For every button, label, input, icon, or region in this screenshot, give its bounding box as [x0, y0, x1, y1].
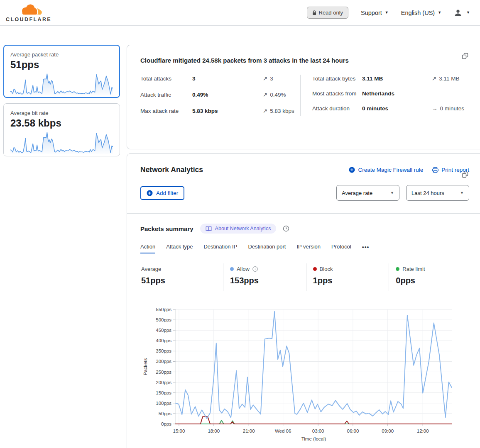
- summary-stats-left: Total attacks 3 ↗3 Attack traffic 0.49% …: [140, 75, 300, 116]
- metric-select-value: Average rate: [342, 190, 372, 196]
- metric-value: 51pps: [10, 59, 113, 71]
- stat-rate-limit: Rate limit 0pps: [389, 263, 472, 291]
- svg-text:500pps: 500pps: [156, 317, 171, 322]
- chevron-down-icon: ▼: [438, 11, 441, 15]
- stat-value: 1pps: [313, 276, 389, 285]
- svg-text:Wed 06: Wed 06: [275, 429, 291, 433]
- main-content: Average packet rate 51pps Average bit ra…: [0, 26, 480, 448]
- packets-chart-area: 0pps50pps100pps150pps200pps250pps300pps3…: [140, 306, 472, 446]
- stat-value: 0.49%: [192, 91, 263, 100]
- tab-action[interactable]: Action: [140, 243, 155, 253]
- tab-protocol[interactable]: Protocol: [331, 243, 351, 253]
- svg-text:550pps: 550pps: [156, 307, 171, 312]
- svg-text:06:00: 06:00: [347, 429, 359, 433]
- svg-text:18:00: 18:00: [208, 429, 220, 433]
- stat-label: Rate limit: [402, 266, 425, 272]
- dimension-tabs: Action Attack type Destination IP Destin…: [140, 243, 472, 253]
- summary-stats: Total attacks 3 ↗3 Attack traffic 0.49% …: [140, 75, 472, 116]
- stat-label: Total attack bytes: [312, 75, 362, 83]
- metric-value: 23.58 kbps: [10, 117, 113, 129]
- user-menu[interactable]: ▼: [454, 9, 470, 17]
- stat-trend: ↗3: [263, 75, 300, 83]
- stat-value: Netherlands: [362, 90, 432, 98]
- chevron-down-icon: ▼: [460, 191, 464, 195]
- tab-destination-ip[interactable]: Destination IP: [203, 243, 237, 253]
- top-bar: CLOUDFLARE Read only Support ▼ English (…: [0, 0, 480, 26]
- more-tabs-button[interactable]: •••: [362, 244, 370, 253]
- allow-series-dot: [230, 267, 234, 271]
- stat-label: Attack duration: [312, 105, 362, 113]
- avg-packet-rate-card[interactable]: Average packet rate 51pps: [3, 45, 120, 98]
- svg-text:400pps: 400pps: [156, 338, 171, 343]
- trend-up-icon: ↗: [263, 92, 267, 98]
- filter-row: Add filter Average rate ▼ Last 24 hours …: [140, 185, 472, 201]
- info-icon[interactable]: [252, 266, 258, 272]
- chart-controls: Average rate ▼ Last 24 hours ▼: [336, 185, 469, 201]
- chevron-down-icon: ▼: [385, 11, 389, 15]
- cloudflare-dashboard: CLOUDFLARE Read only Support ▼ English (…: [0, 0, 480, 448]
- metric-label: Average packet rate: [10, 51, 113, 58]
- packets-summary-title: Packets summary: [140, 225, 193, 232]
- support-menu[interactable]: Support ▼: [361, 10, 389, 16]
- svg-text:300pps: 300pps: [156, 359, 171, 364]
- svg-text:12:00: 12:00: [417, 429, 429, 433]
- rate-limit-series-dot: [396, 267, 399, 271]
- stat-label: Most attacks from: [312, 90, 362, 98]
- time-range-select[interactable]: Last 24 hours ▼: [406, 185, 469, 201]
- stat-block: Block 1pps: [306, 263, 389, 291]
- svg-text:150pps: 150pps: [156, 390, 171, 395]
- stat-label: Attack traffic: [140, 91, 192, 100]
- cloudflare-cloud-icon: [18, 3, 43, 17]
- svg-text:450pps: 450pps: [156, 328, 171, 333]
- chevron-down-icon: ▼: [466, 11, 470, 15]
- packets-summary-header: Packets summary About Network Analytics: [140, 224, 472, 234]
- chevron-down-icon: ▼: [390, 191, 394, 195]
- tab-destination-port[interactable]: Destination port: [248, 243, 286, 253]
- cloudflare-logo[interactable]: CLOUDFLARE: [6, 3, 51, 22]
- svg-text:0pps: 0pps: [161, 421, 171, 426]
- packets-summary-section: Packets summary About Network Analytics: [127, 214, 480, 446]
- time-history-icon[interactable]: [283, 225, 289, 232]
- stat-value: 3: [192, 75, 263, 83]
- svg-text:250pps: 250pps: [156, 370, 171, 375]
- vertical-divider: [300, 75, 301, 116]
- stat-trend: →0 minutes: [432, 105, 472, 113]
- support-label: Support: [361, 10, 382, 16]
- metric-sidebar: Average packet rate 51pps Average bit ra…: [3, 45, 120, 162]
- svg-text:Time (local): Time (local): [301, 436, 326, 441]
- stat-value: 153pps: [230, 276, 306, 285]
- bit-rate-sparkline: [10, 131, 113, 155]
- stat-allow: Allow 153pps: [223, 263, 306, 291]
- read-only-badge[interactable]: Read only: [307, 7, 349, 19]
- stat-value: 0 minutes: [362, 105, 432, 113]
- svg-text:100pps: 100pps: [156, 401, 171, 406]
- plus-circle-icon: [349, 167, 355, 173]
- stat-trend: [432, 90, 472, 98]
- book-icon: [206, 226, 212, 231]
- tab-ip-version[interactable]: IP version: [296, 243, 321, 253]
- stat-average: Average 51pps: [140, 263, 223, 291]
- stat-label: Total attacks: [140, 75, 192, 83]
- summary-stats-right: Total attack bytes 3.11 MB ↗3.11 MB Most…: [312, 75, 472, 116]
- avg-bit-rate-card[interactable]: Average bit rate 23.58 kbps: [3, 103, 120, 156]
- add-filter-button[interactable]: Add filter: [140, 186, 184, 200]
- trend-up-icon: ↗: [432, 75, 436, 82]
- trend-right-icon: →: [432, 105, 438, 112]
- plus-circle-icon: [147, 190, 153, 196]
- about-network-analytics-badge[interactable]: About Network Analytics: [200, 224, 277, 234]
- language-menu[interactable]: English (US) ▼: [401, 10, 441, 16]
- network-analytics-card: Network Analytics Create Magic Firewall …: [127, 153, 480, 448]
- time-range-value: Last 24 hours: [411, 190, 444, 196]
- stat-label: Average: [141, 266, 161, 272]
- network-analytics-title: Network Analytics: [140, 166, 203, 174]
- duplicate-icon[interactable]: [462, 53, 468, 59]
- duplicate-icon[interactable]: [462, 171, 468, 178]
- read-only-label: Read only: [319, 10, 343, 16]
- network-analytics-header-section: Network Analytics Create Magic Firewall …: [127, 154, 480, 213]
- stat-trend: ↗0.49%: [263, 91, 300, 100]
- metric-select[interactable]: Average rate ▼: [336, 185, 399, 201]
- stat-label: Block: [320, 266, 333, 272]
- create-magic-firewall-rule-link[interactable]: Create Magic Firewall rule: [349, 167, 423, 173]
- tab-attack-type[interactable]: Attack type: [166, 243, 193, 253]
- block-series-dot: [313, 267, 317, 271]
